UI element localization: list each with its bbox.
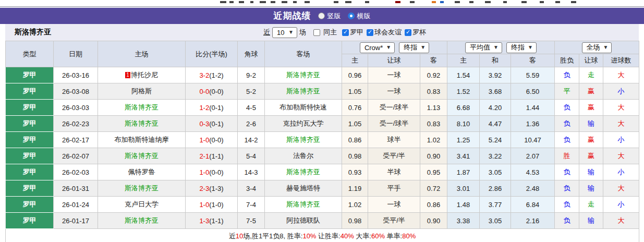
- league-filter-0[interactable]: 同主: [313, 28, 337, 37]
- team-name: 斯洛博齐亚: [15, 28, 51, 37]
- radio-vertical-label[interactable]: 竖版: [327, 11, 341, 21]
- layout-option-vertical[interactable]: 竖版: [318, 11, 341, 21]
- home-team[interactable]: 阿格斯: [98, 83, 186, 100]
- home-team[interactable]: 克卢日大学: [98, 197, 186, 213]
- away-team-name[interactable]: 斯洛博齐亚: [286, 136, 320, 143]
- match-date: 26-03-16: [54, 67, 98, 83]
- checkbox-unchecked-icon[interactable]: [313, 29, 320, 36]
- near-label[interactable]: 近: [263, 28, 270, 37]
- match-date: 26-02-23: [54, 116, 98, 132]
- away-team-name[interactable]: 斯洛博齐亚: [286, 71, 320, 79]
- home-team-name[interactable]: 佩特罗鲁: [128, 168, 155, 176]
- away-team-name[interactable]: 布加勒斯特快速: [280, 103, 327, 111]
- match-score[interactable]: 1-2(0-1): [186, 100, 238, 116]
- average-select[interactable]: 平均值 ▼: [465, 42, 502, 53]
- match-score[interactable]: 1-0(0-0): [186, 164, 238, 180]
- section-title: 近期战绩: [274, 10, 311, 22]
- checkbox-checked-icon[interactable]: [342, 29, 349, 36]
- match-score[interactable]: 2-3(1-3): [186, 180, 238, 197]
- league-filter-label[interactable]: 罗甲: [350, 28, 363, 37]
- away-team[interactable]: 克拉约瓦大学: [265, 116, 342, 132]
- goals-result: 小: [603, 132, 639, 148]
- league-filter-label[interactable]: 同主: [323, 28, 337, 37]
- away-team[interactable]: 法鲁尔: [265, 148, 342, 164]
- fulltime-score[interactable]: 0-0: [199, 88, 209, 95]
- radio-horizontal-label[interactable]: 横版: [357, 11, 371, 21]
- fulltime-score[interactable]: 0-3: [199, 120, 209, 128]
- match-score[interactable]: 3-2(1-2): [186, 67, 238, 83]
- league-filter-1[interactable]: 罗甲: [342, 28, 363, 37]
- fulltime-score[interactable]: 1-2: [199, 104, 209, 112]
- avg-draw-odds: 4.47: [480, 116, 511, 132]
- away-team[interactable]: 斯洛博齐亚: [265, 67, 342, 83]
- home-team-name[interactable]: 布加勒斯特迪纳摩: [115, 136, 169, 143]
- home-team[interactable]: 斯洛博齐亚: [98, 100, 186, 116]
- home-team-name[interactable]: 斯洛博齐亚: [125, 152, 159, 160]
- match-score[interactable]: 0-0(0-0): [186, 83, 238, 100]
- fulltime-score[interactable]: 3-2: [199, 71, 209, 79]
- away-team-name[interactable]: 克拉约瓦大学: [283, 119, 324, 127]
- fulltime-score[interactable]: 1-0: [199, 168, 209, 176]
- away-team-name[interactable]: 法鲁尔: [293, 152, 313, 160]
- home-team-name[interactable]: 斯洛博齐亚: [125, 184, 159, 192]
- league-filter-2[interactable]: 球会友谊: [367, 28, 402, 37]
- away-team-name[interactable]: 斯洛博齐亚: [286, 87, 320, 95]
- away-team[interactable]: 赫曼施塔特: [265, 180, 342, 197]
- home-team[interactable]: 佩特罗鲁: [98, 164, 186, 180]
- match-score[interactable]: 1-0(0-0): [186, 132, 238, 148]
- league-filter-3[interactable]: 罗杯: [405, 28, 426, 37]
- home-team-name[interactable]: 阿格斯: [131, 87, 152, 95]
- away-team[interactable]: 斯洛博齐亚: [265, 83, 342, 100]
- average-stage-select[interactable]: 终指 ▼: [506, 42, 537, 53]
- checkbox-checked-icon[interactable]: [405, 29, 411, 36]
- layout-option-horizontal[interactable]: 横版: [348, 11, 371, 21]
- home-team-name[interactable]: 斯洛博齐亚: [125, 216, 159, 224]
- avg-home-odds: 3.41: [447, 148, 480, 164]
- home-team-name[interactable]: 斯洛博齐亚: [125, 119, 159, 127]
- away-team-name[interactable]: 赫曼施塔特: [286, 184, 320, 192]
- radio-vertical-icon[interactable]: [318, 13, 325, 19]
- bookmaker-stage-select[interactable]: 终指 ▼: [399, 42, 429, 53]
- match-score[interactable]: 0-3(0-1): [186, 116, 238, 132]
- home-team[interactable]: 布加勒斯特迪纳摩: [98, 132, 186, 148]
- clipped-nav-text: [305, 1, 310, 3]
- fulltime-score[interactable]: 1-0: [199, 136, 209, 144]
- summary-segment: 让胜率:: [316, 232, 340, 240]
- handicap-result: 赢: [579, 132, 603, 148]
- home-team-name[interactable]: 克卢日大学: [125, 200, 159, 208]
- fulltime-score[interactable]: 2-3: [199, 185, 209, 192]
- away-team-name[interactable]: 斯洛博齐亚: [286, 200, 320, 208]
- match-score[interactable]: 2-1(1-1): [186, 148, 238, 164]
- home-team[interactable]: 1博托沙尼: [98, 67, 186, 83]
- radio-horizontal-icon[interactable]: [348, 13, 355, 19]
- fulltime-score[interactable]: 1-0: [199, 201, 209, 209]
- bookmaker-select[interactable]: Crow* ▼: [360, 42, 395, 53]
- average-select-group: 平均值 ▼ 终指 ▼: [447, 41, 555, 54]
- league-filter-label[interactable]: 球会友谊: [374, 28, 402, 37]
- match-count-select[interactable]: 10 ▼: [272, 27, 297, 38]
- home-team-name[interactable]: 博托沙尼: [131, 71, 158, 79]
- home-team-name[interactable]: 斯洛博齐亚: [125, 103, 159, 111]
- fulltime-score[interactable]: 2-1: [199, 152, 209, 160]
- league-filter-label[interactable]: 罗杯: [412, 28, 426, 37]
- match-score[interactable]: 1-3(1-1): [186, 213, 238, 229]
- away-team[interactable]: 斯洛博齐亚: [265, 132, 342, 148]
- fulltime-score[interactable]: 1-3: [199, 217, 209, 225]
- away-team-name[interactable]: 斯洛博齐亚: [286, 168, 320, 176]
- clipped-nav-text: [229, 1, 234, 3]
- home-team[interactable]: 斯洛博齐亚: [98, 180, 186, 197]
- checkbox-checked-icon[interactable]: [367, 29, 373, 36]
- away-team[interactable]: 布加勒斯特快速: [265, 100, 342, 116]
- avg-draw-odds: 3.05: [480, 213, 511, 229]
- away-team[interactable]: 斯洛博齐亚: [265, 164, 342, 180]
- match-score[interactable]: 1-0(1-0): [186, 197, 238, 213]
- home-team[interactable]: 斯洛博齐亚: [98, 213, 186, 229]
- home-team[interactable]: 斯洛博齐亚: [98, 116, 186, 132]
- scope-select[interactable]: 全场 ▼: [582, 42, 612, 53]
- home-team[interactable]: 斯洛博齐亚: [98, 148, 186, 164]
- away-team[interactable]: 斯洛博齐亚: [265, 197, 342, 213]
- league-type-cell: 罗甲: [6, 83, 54, 100]
- away-team[interactable]: 阿拉德联队: [265, 213, 342, 229]
- clipped-nav-text: [485, 1, 491, 3]
- away-team-name[interactable]: 阿拉德联队: [286, 216, 320, 224]
